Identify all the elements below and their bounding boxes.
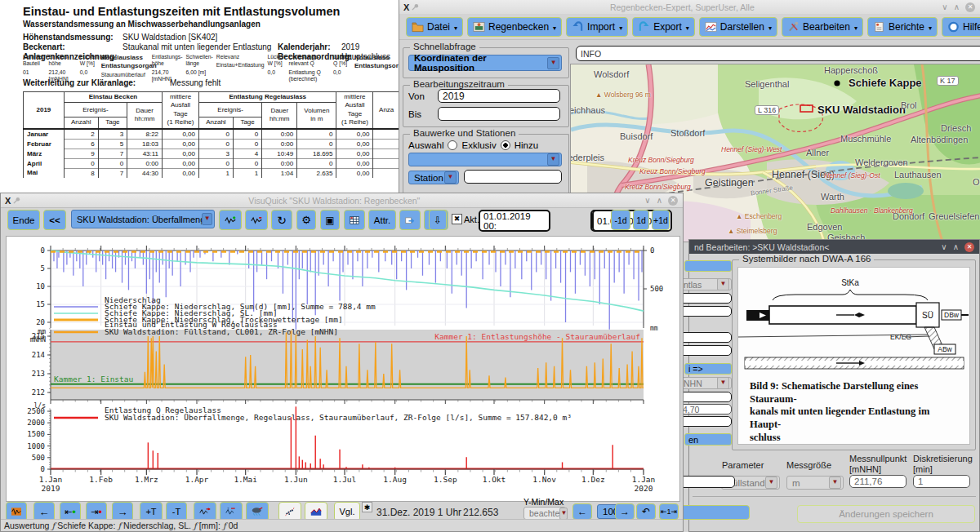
nhn-select[interactable]: NHN▼ [678, 377, 732, 389]
hinzu-radio[interactable] [501, 140, 510, 150]
minimize-icon[interactable]: ∨ [942, 2, 947, 11]
remove-curve-button[interactable] [245, 210, 268, 230]
svg-text:5: 5 [41, 264, 45, 273]
date-from-field[interactable]: 01.01.2019 00: [479, 210, 550, 232]
menu-darstellen-button[interactable]: Darstellen▾ [699, 17, 777, 37]
svg-text:500: 500 [32, 454, 45, 462]
add-curve-button[interactable] [219, 210, 242, 230]
undo-zoom-button[interactable]: ↶ [636, 503, 656, 520]
vergleich-close-checkbox[interactable]: ✱ [362, 502, 372, 512]
menu-export-button[interactable]: Export▾ [632, 17, 695, 37]
table-button[interactable] [344, 210, 365, 230]
svg-text:1.Jan: 1.Jan [632, 475, 656, 484]
save-changes-button[interactable]: Änderungen speichern [797, 505, 975, 523]
menu-datei-button[interactable]: Datei▾ [406, 17, 463, 37]
cut-field[interactable] [678, 306, 732, 317]
timeseries-charts[interactable]: 051015200500mmmmmNHNNiederschlagSchiefe … [6, 236, 680, 502]
ende-button[interactable]: Ende [7, 210, 40, 230]
window-layout-button[interactable]: ▣ [320, 210, 340, 230]
close-icon[interactable]: ✕ [965, 2, 975, 12]
svg-text:214: 214 [32, 351, 45, 359]
yminmax-select[interactable]: beachte▼ [523, 507, 566, 520]
dropdown-arrow-icon: ▼ [717, 278, 729, 290]
menu-label: Import [587, 21, 615, 33]
cut-field[interactable] [676, 476, 735, 488]
export-button[interactable] [399, 210, 421, 230]
page-left-button[interactable]: ← [572, 503, 592, 520]
figure-caption: Bild 9: Schematische Darstellung eines S… [750, 380, 960, 444]
von-input[interactable]: 2019 [438, 89, 560, 103]
report-field-value: Staukanal mit unten liegender Entlastung [122, 42, 271, 51]
maximize-icon[interactable]: ∧ [954, 2, 960, 11]
diskretisierung-field[interactable]: 1 [913, 475, 970, 488]
cut-blue-button[interactable]: en [684, 433, 732, 446]
status-unit: [mm]: [199, 521, 220, 530]
cut-blue-button[interactable] [676, 505, 750, 520]
cut-field[interactable] [678, 416, 732, 427]
svg-text:Kammer 1: Einstau: Kammer 1: Einstau [54, 375, 133, 383]
bauwerke-group: Bauwerke und Stationen Auswahl Exklusiv … [403, 134, 569, 195]
svg-text:1.Feb: 1.Feb [89, 475, 113, 484]
maximize-icon[interactable]: ∧ [953, 242, 959, 251]
map-label: Altenbödingen [911, 135, 968, 144]
cut-field[interactable] [678, 345, 732, 356]
plus-day-button[interactable]: 1d [633, 210, 649, 230]
menu-hilfe-button[interactable]: Hilfe▾ [942, 17, 980, 37]
svg-text:1.Mrz: 1.Mrz [135, 475, 158, 484]
folder-icon [412, 21, 424, 33]
info-field[interactable]: INFO [576, 46, 980, 61]
orange-wave-icon [11, 506, 21, 517]
visuquick-titlebar[interactable]: X VisuQuick "SKU Waldstadion: Regenbecke… [1, 193, 683, 208]
main-titlebar[interactable]: X Regenbecken-Expert, SuperUser, Alle ∨∧… [399, 0, 980, 15]
menu-label: Hilfe [963, 21, 980, 33]
app-icon: X [403, 2, 409, 12]
akt-checkbox-row[interactable]: ✖Akt. [452, 214, 479, 224]
pick-value-button[interactable]: ⇩ [429, 210, 447, 230]
detail-titlebar[interactable]: nd Bearbeiten: >SKU Waldstadion< ∨∧✕ [689, 240, 979, 254]
page-right-button[interactable]: → [615, 503, 635, 520]
station-select[interactable]: Station▼ [408, 171, 459, 184]
svg-text:0: 0 [41, 465, 45, 473]
minus-1d-button[interactable]: -1d [611, 210, 630, 230]
fit-one-button[interactable]: ⇤1⇥ [659, 503, 679, 520]
minimize-icon[interactable]: ∨ [644, 196, 650, 205]
pin-icon[interactable] [13, 197, 20, 204]
menu-import-button[interactable]: Import▾ [566, 17, 628, 37]
station-label: Station [414, 173, 443, 183]
cut-field[interactable] [678, 332, 732, 343]
cut-field[interactable] [678, 392, 732, 402]
menu-regenbecken-button[interactable]: Regenbecken▾ [467, 17, 562, 37]
dropdown-arrow-icon: ▾ [553, 24, 556, 32]
map-label: Warth [821, 192, 844, 202]
attributes-button[interactable]: Attr. [368, 210, 396, 230]
group-label: Schnellabfrage [410, 42, 479, 51]
svg-text:0: 0 [41, 246, 45, 255]
akt-checkbox[interactable]: ✖ [452, 214, 462, 224]
back-button[interactable]: << [43, 210, 66, 230]
hoehe-field[interactable]: 4,70 [678, 404, 732, 415]
menu-bearbeiten-button[interactable]: Bearbeiten▾ [782, 17, 863, 37]
exklusiv-radio[interactable] [448, 140, 457, 150]
menu-berichte-button[interactable]: Berichte▾ [867, 17, 938, 37]
entlastung-select[interactable]: ntlas▼ [678, 278, 732, 290]
settings-button[interactable]: ⚙ [296, 210, 316, 230]
series-select[interactable]: SKU Waldstadion: Überfallmenge, Reg▼ [71, 210, 215, 228]
arrow-button[interactable]: i => [684, 363, 732, 375]
plus-1d-button[interactable]: +1d [652, 210, 670, 230]
svg-text:2020: 2020 [635, 484, 653, 493]
station-input[interactable] [464, 170, 562, 184]
close-icon[interactable]: ✕ [668, 196, 678, 206]
refresh-button[interactable]: ↻ [271, 210, 292, 230]
sue-label: SÜ [922, 311, 933, 320]
minimize-icon[interactable]: ∨ [941, 242, 947, 251]
schnellabfrage-select[interactable]: Koordinaten der Mausposition▼ [408, 55, 562, 71]
maximize-icon[interactable]: ∧ [657, 196, 662, 205]
bauwerk-select[interactable]: ▼ [408, 153, 562, 166]
messgroesse-select[interactable]: m▼ [786, 476, 844, 490]
cut-field[interactable] [678, 293, 732, 304]
nullpunkt-field[interactable]: 211,76 [849, 475, 906, 488]
bis-input[interactable] [438, 107, 560, 121]
close-icon[interactable]: ✕ [964, 242, 974, 252]
pin-icon[interactable] [412, 3, 419, 11]
cut-button[interactable] [684, 260, 732, 272]
